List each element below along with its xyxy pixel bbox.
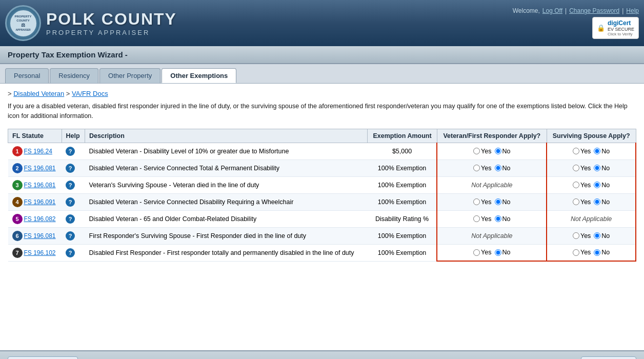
page-header: PROPERTY COUNTY ⚖ APPRAISER POLK COUNTY …	[0, 0, 644, 46]
page-content: Property Tax Exemption Wizard - Personal…	[0, 46, 644, 359]
vet-no-2[interactable]	[495, 165, 501, 171]
vet-no-label-7[interactable]: No	[495, 249, 511, 256]
county-title: POLK COUNTY PROPERTY APPRAISER	[46, 10, 177, 36]
spouse-no-4[interactable]	[594, 198, 600, 205]
spouse-yes-label-3[interactable]: Yes	[573, 182, 591, 189]
vet-radio-group-7: Yes No	[441, 249, 542, 256]
spouse-no-2[interactable]	[594, 165, 600, 171]
spouse-yes-7[interactable]	[573, 249, 579, 256]
vet-yes-label-4[interactable]: Yes	[473, 198, 491, 206]
vet-yes-7[interactable]	[473, 249, 480, 256]
statute-link-2[interactable]: FS 196.081	[24, 165, 56, 172]
spouse-no-7[interactable]	[594, 249, 600, 256]
log-off-link[interactable]: Log Off	[542, 7, 562, 14]
th-exemption: Exemption Amount	[368, 129, 437, 143]
vet-yes-1[interactable]	[473, 148, 480, 154]
spouse-yes-label-7[interactable]: Yes	[573, 249, 591, 256]
help-icon-4[interactable]: ?	[66, 197, 75, 207]
statute-link-4[interactable]: FS 196.091	[24, 198, 56, 206]
cell-vet-3: Not Applicable	[437, 176, 547, 193]
th-help: Help	[62, 129, 85, 143]
ev-secure-text: EV SECURE	[608, 27, 634, 32]
statute-link-3[interactable]: FS 196.081	[24, 182, 56, 189]
vet-no-label-1[interactable]: No	[495, 148, 511, 155]
vet-radio-group-4: Yes No	[441, 198, 542, 206]
breadcrumb-link2[interactable]: VA/FR Docs	[72, 90, 108, 97]
tab-other-exemptions[interactable]: Other Exemptions	[162, 68, 236, 83]
spouse-no-label-4[interactable]: No	[594, 198, 610, 206]
cell-description-2: Disabled Veteran - Service Connected Tot…	[85, 159, 368, 176]
vet-no-label-5[interactable]: No	[495, 215, 511, 223]
vet-na-6: Not Applicable	[441, 232, 542, 240]
vet-no-label-2[interactable]: No	[495, 165, 511, 172]
cell-statute-6: 6FS 196.081	[8, 227, 62, 244]
spouse-yes-1[interactable]	[573, 148, 579, 154]
vet-no-4[interactable]	[495, 198, 501, 205]
spouse-no-label-2[interactable]: No	[594, 165, 610, 172]
vet-radio-group-1: Yes No	[441, 148, 542, 155]
vet-yes-label-2[interactable]: Yes	[473, 165, 491, 172]
spouse-no-label-1[interactable]: No	[594, 148, 610, 155]
statute-link-1[interactable]: FS 196.24	[24, 148, 52, 155]
tab-other-property[interactable]: Other Property	[99, 68, 160, 83]
cell-description-3: Veteran's Surviving Spouse - Veteran die…	[85, 176, 368, 193]
spouse-no-6[interactable]	[594, 232, 600, 239]
spouse-yes-label-6[interactable]: Yes	[573, 232, 591, 240]
spouse-no-label-6[interactable]: No	[594, 232, 610, 240]
statute-link-6[interactable]: FS 196.081	[24, 232, 56, 240]
vet-no-5[interactable]	[495, 215, 501, 222]
spouse-yes-6[interactable]	[573, 232, 579, 239]
next-button[interactable]: Next →	[581, 356, 636, 359]
spouse-yes-3[interactable]	[573, 182, 579, 188]
spouse-no-1[interactable]	[594, 148, 600, 154]
vet-yes-4[interactable]	[473, 198, 480, 205]
statute-link-7[interactable]: FS 196.102	[24, 249, 56, 256]
digicert-name: digiCert	[608, 19, 634, 27]
help-icon-3[interactable]: ?	[66, 181, 75, 190]
spouse-radio-group-4: Yes No	[551, 198, 631, 206]
cell-exemption-5: Disability Rating %	[368, 210, 437, 227]
spouse-yes-4[interactable]	[573, 198, 579, 205]
tab-personal[interactable]: Personal	[5, 68, 49, 83]
help-icon-2[interactable]: ?	[66, 164, 75, 173]
breadcrumb-link1[interactable]: Disabled Veteran	[13, 90, 64, 97]
vet-yes-label-5[interactable]: Yes	[473, 215, 491, 223]
cell-help-7: ?	[62, 244, 85, 261]
spouse-yes-label-1[interactable]: Yes	[573, 148, 591, 155]
vet-no-label-4[interactable]: No	[495, 198, 511, 206]
cell-spouse-1: Yes No	[547, 143, 636, 159]
help-link[interactable]: Help	[626, 7, 639, 14]
digicert-badge[interactable]: 🔒 digiCert EV SECURE Click to Verify	[592, 17, 639, 39]
spouse-na-5: Not Applicable	[551, 215, 631, 223]
th-description: Description	[85, 129, 368, 143]
spouse-yes-label-4[interactable]: Yes	[573, 198, 591, 206]
spouse-no-3[interactable]	[594, 182, 600, 188]
vet-yes-2[interactable]	[473, 165, 480, 171]
statute-link-5[interactable]: FS 196.082	[24, 215, 56, 223]
previous-button[interactable]: ← Previous	[8, 356, 78, 359]
breadcrumb-separator2: >	[66, 90, 72, 97]
vet-yes-label-7[interactable]: Yes	[473, 249, 491, 256]
cell-exemption-4: 100% Exemption	[368, 193, 437, 210]
spouse-no-label-3[interactable]: No	[594, 182, 610, 189]
help-icon-1[interactable]: ?	[66, 147, 75, 156]
vet-yes-5[interactable]	[473, 215, 480, 222]
cell-statute-5: 5FS 196.082	[8, 210, 62, 227]
spouse-yes-2[interactable]	[573, 165, 579, 171]
help-icon-6[interactable]: ?	[66, 231, 75, 241]
tab-residency[interactable]: Residency	[50, 68, 98, 83]
cell-description-4: Disabled Veteran - Service Connected Dis…	[85, 193, 368, 210]
county-seal: PROPERTY COUNTY ⚖ APPRAISER	[5, 5, 41, 41]
breadcrumb-separator: >	[8, 90, 12, 97]
vet-yes-label-1[interactable]: Yes	[473, 148, 491, 155]
spouse-yes-label-2[interactable]: Yes	[573, 165, 591, 172]
cell-spouse-5: Not Applicable	[547, 210, 636, 227]
vet-no-1[interactable]	[495, 148, 501, 154]
change-password-link[interactable]: Change Password	[569, 7, 619, 14]
help-icon-7[interactable]: ?	[66, 248, 75, 257]
help-icon-5[interactable]: ?	[66, 214, 75, 224]
spouse-no-label-7[interactable]: No	[594, 249, 610, 256]
vet-no-7[interactable]	[495, 249, 501, 256]
spouse-radio-group-1: Yes No	[551, 148, 631, 155]
cell-help-4: ?	[62, 193, 85, 210]
